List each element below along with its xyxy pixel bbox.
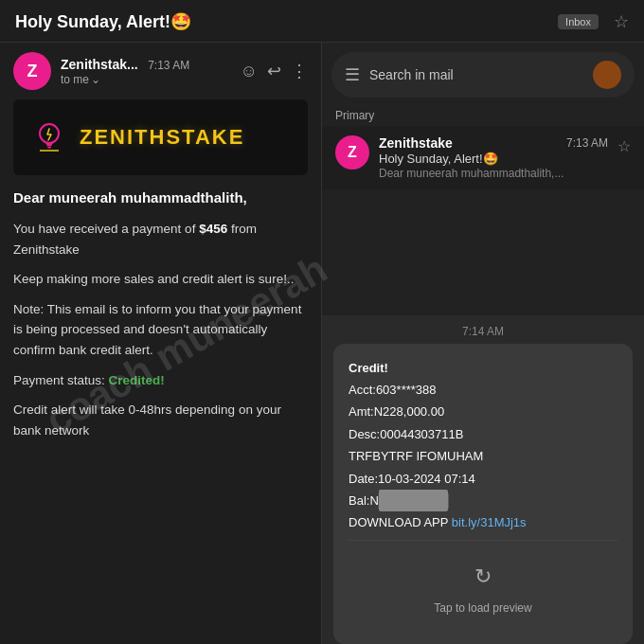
list-item-content: Zenithstake 7:13 AM Holy Sunday, Alert!🤩…	[379, 135, 608, 180]
email-title: Holy Sunday, Alert!🤩	[15, 11, 550, 32]
svg-rect-3	[47, 147, 51, 149]
alert-desc: Desc:00044303711B	[349, 423, 617, 445]
search-input[interactable]: Search in mail	[369, 67, 583, 82]
bal-redacted-value: ████████	[379, 490, 449, 511]
alert-acct: Acct:603****388	[349, 379, 617, 401]
logo-banner: ZENITHSTAKE	[13, 99, 308, 175]
email-paragraph-3: Note: This email is to inform you that y…	[13, 299, 308, 361]
amount: $456	[199, 222, 227, 236]
more-button[interactable]: ⋮	[291, 61, 308, 81]
email-body: Dear muneerah muhammadthalith, You have …	[0, 187, 321, 463]
spacer	[322, 191, 644, 315]
search-bar[interactable]: ☰ Search in mail	[331, 52, 635, 98]
alert-bal: Bal:N████████	[349, 490, 617, 511]
bank-alert-card: Credit! Acct:603****388 Amt:N228,000.00 …	[333, 344, 633, 644]
reload-icon[interactable]: ↻	[474, 558, 492, 596]
sender-name: Zenithstak...	[61, 57, 138, 72]
user-avatar[interactable]	[593, 61, 621, 89]
alert-trf: TRFBYTRF IFOMUHAM	[349, 445, 617, 467]
sender-row: Z Zenithstak... 7:13 AM to me ⌄ ☺ ↩ ⋮	[0, 43, 321, 99]
email-header: Holy Sunday, Alert!🤩 Inbox ☆	[0, 0, 644, 43]
list-item-top: Zenithstake 7:13 AM	[379, 135, 608, 151]
email-status: Payment status: Credited!	[13, 370, 308, 391]
sender-time: 7:13 AM	[148, 59, 189, 72]
primary-label: Primary	[322, 103, 644, 126]
sender-actions: ☺ ↩ ⋮	[241, 61, 308, 81]
list-item-preview: Dear muneerah muhammadthalith,...	[379, 167, 587, 180]
alert-link[interactable]: bit.ly/31MJj1s	[452, 515, 527, 529]
alert-download: DOWNLOAD APP bit.ly/31MJj1s	[349, 511, 617, 533]
bank-alert-time: 7:14 AM	[462, 315, 504, 344]
status-label: Payment status:	[13, 373, 109, 387]
credit-title: Credit!	[349, 357, 617, 379]
email-greeting: Dear muneerah muhammadthalith,	[13, 187, 308, 209]
list-item-avatar: Z	[335, 135, 369, 170]
sender-avatar: Z	[13, 52, 51, 90]
inbox-badge[interactable]: Inbox	[558, 14, 599, 29]
bank-alert-section: 7:14 AM Credit! Acct:603****388 Amt:N228…	[322, 315, 644, 644]
logo-text: ZENITHSTAKE	[80, 125, 244, 150]
reply-button[interactable]: ↩	[267, 61, 281, 81]
alert-amt: Amt:N228,000.00	[349, 401, 617, 422]
emoji-button[interactable]: ☺	[241, 62, 258, 81]
zenithstake-logo-icon	[28, 116, 70, 158]
card-divider	[349, 540, 617, 541]
hamburger-icon[interactable]: ☰	[345, 64, 360, 85]
chevron-down-icon: ⌄	[91, 73, 100, 86]
preview-section: ↻ Tap to load preview	[349, 546, 617, 631]
right-panel: ☰ Search in mail Primary Z Zenithstake 7…	[322, 43, 644, 644]
left-panel: Z Zenithstak... 7:13 AM to me ⌄ ☺ ↩ ⋮	[0, 43, 322, 644]
email-paragraph-2: Keep making more sales and credit alert …	[13, 269, 308, 290]
tap-to-load[interactable]: Tap to load preview	[434, 599, 531, 619]
main-content: Z Zenithstak... 7:13 AM to me ⌄ ☺ ↩ ⋮	[0, 43, 644, 644]
to-me-text: to me	[61, 73, 89, 86]
email-paragraph-1: You have received a payment of $456 from…	[13, 219, 308, 259]
sender-name-row: Zenithstak... 7:13 AM	[61, 56, 231, 73]
alert-date: Date:10-03-2024 07:14	[349, 468, 617, 490]
list-item-subject: Holy Sunday, Alert!🤩	[379, 152, 608, 166]
list-item-time: 7:13 AM	[566, 136, 608, 150]
email-list-item[interactable]: Z Zenithstake 7:13 AM Holy Sunday, Alert…	[322, 126, 644, 189]
email-paragraph-4: Credit alert will take 0-48hrs depending…	[13, 400, 308, 440]
to-me-row[interactable]: to me ⌄	[61, 73, 231, 86]
star-icon[interactable]: ☆	[614, 11, 629, 32]
paragraph1-prefix: You have received a payment of	[13, 222, 199, 236]
svg-rect-2	[46, 144, 52, 146]
sender-info: Zenithstak... 7:13 AM to me ⌄	[61, 56, 231, 86]
list-item-star-icon[interactable]: ☆	[617, 137, 631, 155]
status-value: Credited!	[109, 373, 165, 387]
list-item-sender: Zenithstake	[379, 135, 453, 151]
